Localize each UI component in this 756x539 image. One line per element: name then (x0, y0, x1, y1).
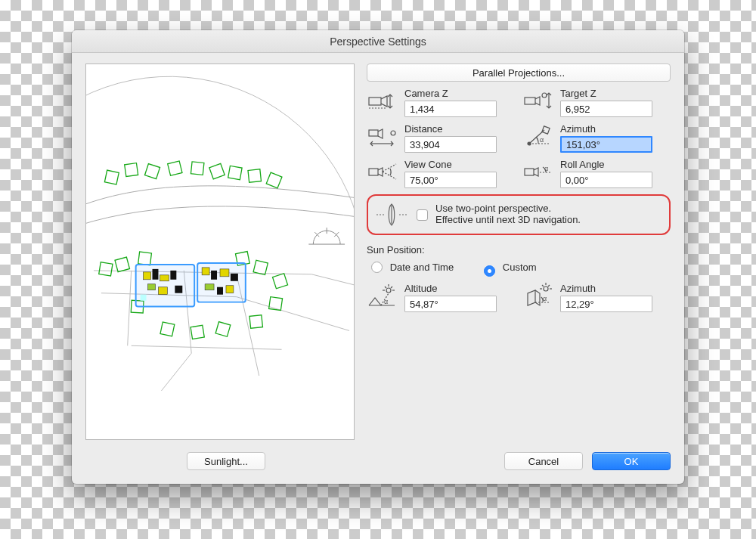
roll-angle-label: Roll Angle (560, 159, 671, 170)
view-cone-label: View Cone (404, 159, 515, 170)
row-camera-target: Camera Z 1,434 (367, 88, 671, 117)
svg-rect-56 (369, 169, 378, 175)
roll-angle-icon: α (522, 159, 554, 186)
svg-line-79 (542, 285, 544, 287)
svg-rect-32 (158, 287, 167, 295)
svg-rect-28 (153, 269, 159, 280)
two-point-perspective-box: Use two-point perspective. Effective unt… (367, 194, 671, 235)
svg-rect-8 (191, 162, 203, 175)
svg-rect-18 (273, 274, 288, 289)
svg-rect-22 (191, 325, 204, 339)
svg-line-58 (383, 172, 396, 179)
sun-altitude-label: Altitude (404, 283, 515, 294)
svg-rect-11 (248, 169, 261, 182)
ok-button[interactable]: OK (592, 452, 671, 470)
svg-rect-13 (99, 262, 113, 276)
svg-rect-45 (525, 98, 535, 104)
row-sun-altitude-azimuth: α Altitude 54,87° (367, 283, 671, 312)
sun-altitude-input[interactable]: 54,87° (404, 296, 497, 312)
svg-rect-7 (168, 161, 182, 175)
radio-custom[interactable]: Custom (484, 262, 536, 277)
svg-rect-42 (369, 98, 381, 105)
camera-z-icon (367, 88, 398, 115)
svg-line-78 (548, 285, 550, 287)
svg-point-74 (544, 287, 548, 291)
svg-point-49 (391, 131, 395, 135)
dialog-title: Perspective Settings (330, 36, 426, 48)
row-distance-azimuth: Distance 33,904 α (367, 123, 671, 153)
target-z-icon (522, 88, 554, 115)
cancel-button[interactable]: Cancel (504, 452, 583, 470)
field-sun-altitude: α Altitude 54,87° (367, 283, 515, 312)
field-azimuth: α Azimuth 151,03° (522, 123, 671, 153)
svg-rect-34 (141, 295, 147, 301)
titlebar: Perspective Settings (72, 30, 684, 53)
distance-icon (367, 123, 398, 150)
svg-line-2 (314, 232, 319, 237)
azimuth-icon: α (522, 123, 554, 150)
camera-z-input[interactable]: 1,434 (404, 101, 497, 117)
field-target-z: Target Z 6,952 (522, 88, 671, 117)
svg-rect-5 (125, 163, 138, 177)
svg-point-66 (386, 288, 391, 293)
svg-rect-53 (542, 126, 550, 134)
sun-azimuth-input[interactable]: 12,29° (560, 296, 652, 312)
plan-preview[interactable] (85, 64, 355, 440)
svg-rect-35 (202, 268, 209, 275)
svg-rect-40 (217, 287, 223, 295)
svg-point-46 (542, 93, 547, 98)
svg-line-71 (385, 287, 386, 288)
svg-rect-30 (170, 271, 176, 280)
svg-rect-17 (253, 260, 268, 274)
two-point-checkbox[interactable] (417, 209, 428, 221)
svg-rect-10 (228, 166, 242, 179)
settings-column: Parallel Projections... Camera Z (367, 64, 671, 440)
distance-input[interactable]: 33,904 (404, 136, 497, 153)
sun-position-radios: Date and Time Custom (367, 262, 671, 277)
radio-date-time-control[interactable] (371, 262, 383, 273)
svg-rect-36 (211, 271, 217, 280)
svg-rect-21 (160, 322, 175, 336)
view-cone-input[interactable]: 75,00° (404, 172, 497, 188)
svg-rect-37 (220, 269, 229, 277)
target-z-input[interactable]: 6,952 (560, 101, 652, 117)
parallel-projections-button[interactable]: Parallel Projections... (367, 64, 671, 82)
svg-rect-41 (226, 286, 234, 293)
svg-rect-12 (266, 172, 282, 188)
sun-azimuth-icon: α (522, 283, 554, 310)
svg-rect-48 (369, 130, 378, 136)
svg-line-57 (383, 164, 396, 172)
roll-angle-input[interactable]: 0,00° (560, 172, 652, 188)
svg-line-70 (391, 287, 392, 288)
svg-text:α: α (540, 136, 544, 144)
two-point-text: Use two-point perspective. Effective unt… (435, 203, 581, 225)
sunlight-button[interactable]: Sunlight... (187, 452, 265, 470)
bottom-bar: Sunlight... Cancel OK (72, 449, 684, 484)
radio-date-time[interactable]: Date and Time (371, 262, 454, 277)
preview-svg (86, 64, 354, 439)
svg-rect-33 (175, 286, 182, 293)
svg-rect-38 (231, 274, 238, 281)
field-roll-angle: α Roll Angle 0,00° (522, 159, 671, 188)
svg-rect-4 (104, 170, 119, 184)
row-viewcone-roll: View Cone 75,00° α (367, 159, 671, 188)
azimuth-label: Azimuth (560, 123, 671, 135)
svg-text:α: α (544, 165, 548, 172)
svg-rect-6 (144, 164, 160, 179)
svg-rect-29 (160, 275, 169, 281)
perspective-settings-dialog: Perspective Settings (72, 30, 684, 484)
svg-rect-20 (249, 315, 262, 328)
two-point-icon (374, 200, 409, 228)
sun-altitude-icon: α (367, 283, 398, 310)
azimuth-input[interactable]: 151,03° (560, 136, 652, 153)
field-view-cone: View Cone 75,00° (367, 159, 515, 188)
field-camera-z: Camera Z 1,434 (367, 88, 515, 117)
target-z-label: Target Z (560, 88, 671, 99)
svg-text:α: α (384, 298, 388, 305)
camera-z-label: Camera Z (404, 88, 515, 99)
svg-rect-15 (138, 252, 152, 265)
preview-column (85, 64, 355, 440)
svg-rect-24 (215, 322, 231, 337)
radio-custom-control[interactable] (484, 265, 495, 277)
svg-rect-59 (525, 169, 534, 175)
